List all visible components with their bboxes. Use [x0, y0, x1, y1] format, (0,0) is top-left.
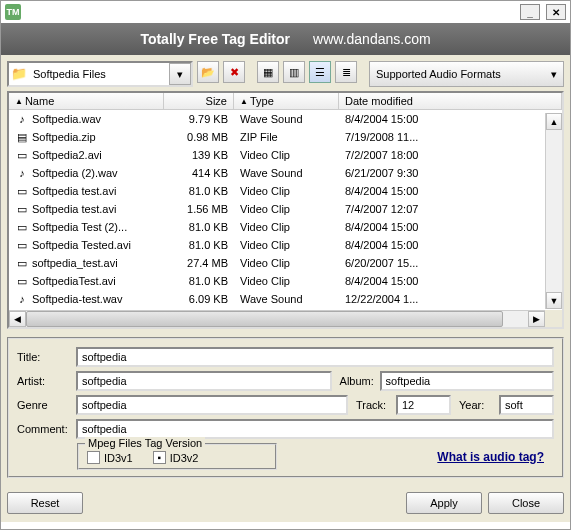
year-label: Year: — [455, 399, 495, 411]
comment-field[interactable] — [76, 419, 554, 439]
file-date: 8/4/2004 15:00 — [339, 274, 562, 288]
file-date: 7/2/2007 18:00 — [339, 148, 562, 162]
file-type: Video Clip — [234, 184, 339, 198]
vertical-scrollbar[interactable]: ▲ ▼ — [545, 113, 562, 309]
file-type: Video Clip — [234, 238, 339, 252]
mpeg-tag-version-group: Mpeg Files Tag Version ID3v1 ▪ID3v2 — [77, 443, 277, 470]
scroll-corner — [545, 310, 562, 327]
open-folder-button[interactable]: 📂 — [197, 61, 219, 83]
app-header: Totally Free Tag Editor www.dandans.com — [1, 23, 570, 55]
file-size: 414 KB — [164, 166, 234, 180]
file-type: Video Clip — [234, 274, 339, 288]
artist-field[interactable] — [76, 371, 332, 391]
table-row[interactable]: ♪Softpedia.wav9.79 KBWave Sound8/4/2004 … — [9, 110, 562, 128]
file-date: 12/22/2004 1... — [339, 292, 562, 306]
table-row[interactable]: ▤Softpedia.zip0.98 MBZIP File7/19/2008 1… — [9, 128, 562, 146]
file-size: 9.79 KB — [164, 112, 234, 126]
table-row[interactable]: ♪Softpedia-test.wav6.09 KBWave Sound12/2… — [9, 290, 562, 308]
scroll-thumb[interactable] — [26, 311, 503, 327]
file-type: Video Clip — [234, 148, 339, 162]
close-window-button[interactable]: ✕ — [546, 4, 566, 20]
file-type: Video Clip — [234, 202, 339, 216]
file-date: 8/4/2004 15:00 — [339, 220, 562, 234]
table-row[interactable]: ▭Softpedia2.avi139 KBVideo Clip7/2/2007 … — [9, 146, 562, 164]
year-field[interactable] — [499, 395, 554, 415]
close-button[interactable]: Close — [488, 492, 564, 514]
file-type: Wave Sound — [234, 292, 339, 306]
file-type-icon: ♪ — [15, 166, 29, 180]
reset-button[interactable]: Reset — [7, 492, 83, 514]
track-field[interactable] — [396, 395, 451, 415]
what-is-audio-tag-link[interactable]: What is audio tag? — [437, 450, 544, 464]
file-name: Softpedia Test (2)... — [32, 221, 127, 233]
file-name: Softpedia-test.wav — [32, 293, 123, 305]
horizontal-scrollbar[interactable]: ◀ ▶ — [9, 310, 545, 327]
file-date: 7/19/2008 11... — [339, 130, 562, 144]
minimize-button[interactable]: _ — [520, 4, 540, 20]
file-date: 8/4/2004 15:00 — [339, 184, 562, 198]
view-large-button[interactable]: ▦ — [257, 61, 279, 83]
album-field[interactable] — [380, 371, 554, 391]
supported-formats-button[interactable]: Supported Audio Formats ▾ — [369, 61, 564, 87]
file-date: 7/4/2007 12:07 — [339, 202, 562, 216]
file-type-icon: ▭ — [15, 184, 29, 198]
path-input[interactable] — [29, 63, 169, 85]
scroll-right-button[interactable]: ▶ — [528, 311, 545, 327]
file-size: 0.98 MB — [164, 130, 234, 144]
table-row[interactable]: ▭softpedia_test.avi27.4 MBVideo Clip6/20… — [9, 254, 562, 272]
file-type-icon: ▭ — [15, 148, 29, 162]
file-type-icon: ▭ — [15, 274, 29, 288]
title-field[interactable] — [76, 347, 554, 367]
file-size: 139 KB — [164, 148, 234, 162]
table-row[interactable]: ▭Softpedia test.avi81.0 KBVideo Clip8/4/… — [9, 182, 562, 200]
view-small-button[interactable]: ▥ — [283, 61, 305, 83]
file-name: SoftpediaTest.avi — [32, 275, 116, 287]
chevron-down-icon: ▾ — [551, 68, 557, 81]
file-name: Softpedia.wav — [32, 113, 101, 125]
file-type-icon: ♪ — [15, 112, 29, 126]
view-details-button[interactable]: ≣ — [335, 61, 357, 83]
file-type-icon: ▤ — [15, 130, 29, 144]
file-size: 81.0 KB — [164, 274, 234, 288]
column-type[interactable]: ▲Type — [234, 93, 339, 109]
file-type-icon: ▭ — [15, 238, 29, 252]
file-name: softpedia_test.avi — [32, 257, 118, 269]
toolbar: 📁 ▾ 📂 ✖ ▦ ▥ ☰ ≣ Supported Audio Formats … — [7, 61, 564, 87]
app-url: www.dandans.com — [313, 31, 431, 47]
file-type-icon: ▭ — [15, 202, 29, 216]
table-row[interactable]: ▭Softpedia test.avi1.56 MBVideo Clip7/4/… — [9, 200, 562, 218]
scroll-left-button[interactable]: ◀ — [9, 311, 26, 327]
file-size: 27.4 MB — [164, 256, 234, 270]
table-row[interactable]: ♪Softpedia (2).wav414 KBWave Sound6/21/2… — [9, 164, 562, 182]
genre-field[interactable] — [76, 395, 348, 415]
column-name[interactable]: ▲Name — [9, 93, 164, 109]
delete-button[interactable]: ✖ — [223, 61, 245, 83]
file-name: Softpedia (2).wav — [32, 167, 118, 179]
apply-button[interactable]: Apply — [406, 492, 482, 514]
file-size: 1.56 MB — [164, 202, 234, 216]
id3v1-checkbox[interactable]: ID3v1 — [87, 451, 133, 464]
title-label: Title: — [17, 351, 72, 363]
folder-icon: 📁 — [9, 63, 29, 83]
bottom-button-bar: Reset Apply Close — [1, 484, 570, 522]
scroll-down-button[interactable]: ▼ — [546, 292, 562, 309]
scroll-up-button[interactable]: ▲ — [546, 113, 562, 130]
column-date[interactable]: Date modified — [339, 93, 562, 109]
file-size: 6.09 KB — [164, 292, 234, 306]
artist-label: Artist: — [17, 375, 72, 387]
file-name: Softpedia.zip — [32, 131, 96, 143]
view-list-button[interactable]: ☰ — [309, 61, 331, 83]
table-row[interactable]: ▭SoftpediaTest.avi81.0 KBVideo Clip8/4/2… — [9, 272, 562, 290]
file-list: ▲Name Size ▲Type Date modified ♪Softpedi… — [7, 91, 564, 329]
app-title: Totally Free Tag Editor — [140, 31, 290, 47]
file-size: 81.0 KB — [164, 238, 234, 252]
titlebar[interactable]: TM _ ✕ — [1, 1, 570, 23]
id3v2-checkbox[interactable]: ▪ID3v2 — [153, 451, 199, 464]
column-size[interactable]: Size — [164, 93, 234, 109]
sort-asc-icon: ▲ — [240, 97, 248, 106]
table-row[interactable]: ▭Softpedia Test (2)...81.0 KBVideo Clip8… — [9, 218, 562, 236]
path-dropdown-button[interactable]: ▾ — [169, 63, 191, 85]
table-row[interactable]: ▭Softpedia Tested.avi81.0 KBVideo Clip8/… — [9, 236, 562, 254]
file-name: Softpedia test.avi — [32, 185, 116, 197]
file-type-icon: ♪ — [15, 292, 29, 306]
